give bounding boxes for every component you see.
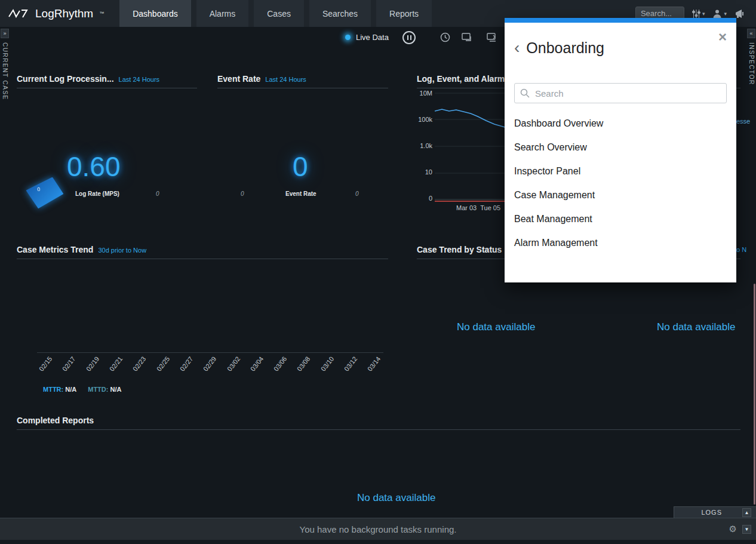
collapse-statusbar-button[interactable]: ▼ xyxy=(742,525,751,534)
onboarding-topic-item[interactable]: Beat Management xyxy=(505,207,736,231)
nav-tab[interactable]: Alarms xyxy=(196,0,249,27)
date-tick-label: 03/10 xyxy=(319,355,335,373)
gauge-value: 0 xyxy=(37,186,41,192)
megaphone-icon xyxy=(735,9,746,19)
announcements-button[interactable] xyxy=(735,9,746,19)
date-tick-label: 03/02 xyxy=(225,355,241,373)
widget-title-case-metrics: Case Metrics Trend30d prior to Now xyxy=(17,245,146,254)
chevron-down-icon: ▾ xyxy=(702,11,705,17)
log-event-alarm-x-axis: Mar 03Tue 05 xyxy=(456,204,500,211)
date-tick-label: 03/12 xyxy=(343,355,358,373)
user-menu-button[interactable]: ▾ xyxy=(712,9,727,19)
logs-drawer-tab[interactable]: LOGS ▲ xyxy=(674,506,756,518)
clipped-range-text[interactable]: to N xyxy=(735,246,756,253)
expand-logs-button[interactable]: ▲ xyxy=(742,508,751,517)
window-plus-icon xyxy=(462,33,472,42)
onboarding-topic-item[interactable]: Search Overview xyxy=(505,136,736,159)
log-rate-gauge: 0 xyxy=(26,178,63,208)
onboarding-topic-item[interactable]: Alarm Management xyxy=(505,231,736,255)
mttr-label: MTTR: xyxy=(43,386,63,393)
onboarding-topic-item[interactable]: Dashboard Overview xyxy=(505,112,736,136)
event-rate-range[interactable]: Last 24 Hours xyxy=(265,76,306,83)
user-icon xyxy=(712,9,722,19)
onboarding-search-input[interactable] xyxy=(514,83,727,103)
log-rate-value: 0.60 xyxy=(67,150,121,183)
logrhythm-logo[interactable]: LogRhythm™ xyxy=(0,0,119,27)
live-data-label: Live Data xyxy=(356,33,389,42)
clipped-legend-text: esse xyxy=(736,118,756,125)
logo-tm: ™ xyxy=(99,11,104,16)
down-triangle-icon: ▼ xyxy=(745,527,749,532)
time-range-button[interactable] xyxy=(440,32,450,45)
completed-reports-no-data: No data available xyxy=(357,492,435,504)
onboarding-topic-item[interactable]: Inspector Panel xyxy=(505,159,736,183)
y-tick-label: 1.0k xyxy=(420,142,432,149)
widget-title-case-trend: Case Trend by Status xyxy=(417,245,502,254)
current-case-rail: » CURRENT CASE xyxy=(1,29,9,100)
x-tick-label: Mar 03 xyxy=(456,204,477,211)
gear-icon[interactable]: ⚙ xyxy=(729,524,737,534)
mttd-label: MTTD: xyxy=(88,386,108,393)
current-case-rail-label[interactable]: CURRENT CASE xyxy=(2,42,8,100)
log-processing-range[interactable]: Last 24 Hours xyxy=(119,76,159,83)
date-tick-label: 02/23 xyxy=(131,355,147,373)
event-rate-label: Event Rate xyxy=(285,190,316,197)
date-tick-label: 02/29 xyxy=(202,355,217,373)
logrhythm-logo-icon xyxy=(8,8,30,20)
status-message: You have no background tasks running. xyxy=(300,524,457,534)
date-tick-label: 02/19 xyxy=(85,355,100,373)
date-tick-label: 03/14 xyxy=(366,355,382,373)
inspector-rail-label[interactable]: INSPECTOR xyxy=(748,42,755,85)
completed-reports-title: Completed Reports xyxy=(17,416,94,425)
add-widget-button[interactable] xyxy=(462,33,472,44)
onboarding-header: ‹ Onboarding xyxy=(505,23,736,57)
widget-title-log-processing: Current Log Processin...Last 24 Hours xyxy=(17,74,159,84)
y-tick-label: 100k xyxy=(418,116,432,123)
close-icon[interactable]: × xyxy=(718,30,727,44)
expand-inspector-icon[interactable]: « xyxy=(747,29,755,38)
export-dashboard-button[interactable] xyxy=(487,33,497,44)
inspector-rail: « INSPECTOR xyxy=(747,29,755,85)
date-tick-label: 02/27 xyxy=(179,355,194,373)
case-metrics-x-axis: 02/1502/1702/1902/2102/2302/2502/2702/29… xyxy=(37,355,382,362)
far-right-no-data: No data available xyxy=(657,321,756,333)
date-tick-label: 03/06 xyxy=(272,355,288,373)
date-tick-label: 03/04 xyxy=(249,355,265,373)
pause-live-data-button[interactable] xyxy=(402,31,416,44)
sliders-icon xyxy=(692,9,700,19)
onboarding-topic-list: Dashboard OverviewSearch OverviewInspect… xyxy=(505,103,736,255)
log-event-alarm-y-axis: 10M100k1.0k100 xyxy=(414,90,432,202)
back-chevron-icon[interactable]: ‹ xyxy=(514,41,520,54)
case-trend-no-data: No data available xyxy=(457,321,535,333)
date-tick-label: 02/17 xyxy=(61,355,76,373)
y-tick-label: 0 xyxy=(429,195,432,202)
onboarding-topic-item[interactable]: Case Management xyxy=(505,183,736,207)
mttr-value: N/A xyxy=(65,386,76,393)
nav-tab[interactable]: Cases xyxy=(254,0,304,27)
date-tick-label: 03/08 xyxy=(296,355,311,373)
case-trend-title: Case Trend by Status xyxy=(417,245,502,254)
nav-tab[interactable]: Reports xyxy=(376,0,432,27)
nav-tab[interactable]: Searches xyxy=(309,0,371,27)
status-bar-controls: ⚙ ▼ xyxy=(729,524,751,534)
event-rate-value: 0 xyxy=(293,150,308,183)
filters-menu-button[interactable]: ▾ xyxy=(692,9,705,19)
nav-tab[interactable]: Dashboards xyxy=(119,0,191,27)
logs-label: LOGS xyxy=(701,509,722,516)
widget-title-completed-reports: Completed Reports xyxy=(17,416,94,425)
bottom-strip xyxy=(0,540,756,544)
expand-current-case-icon[interactable]: » xyxy=(1,29,9,38)
live-data-indicator[interactable]: Live Data xyxy=(345,33,389,42)
onboarding-search xyxy=(514,83,727,103)
clock-icon xyxy=(440,32,450,42)
chevron-down-icon: ▾ xyxy=(724,11,727,17)
right-scrollbar[interactable] xyxy=(754,284,755,505)
case-metrics-footnote: MTTR:N/A MTTD:N/A xyxy=(43,386,121,393)
log-processing-title: Current Log Processin... xyxy=(17,74,114,84)
search-icon xyxy=(520,88,530,98)
log-rate-max-label: 0 xyxy=(156,190,159,197)
date-tick-label: 02/21 xyxy=(108,355,124,373)
window-export-icon xyxy=(487,33,497,42)
case-metrics-range[interactable]: 30d prior to Now xyxy=(98,247,146,254)
up-triangle-icon: ▲ xyxy=(745,510,749,515)
